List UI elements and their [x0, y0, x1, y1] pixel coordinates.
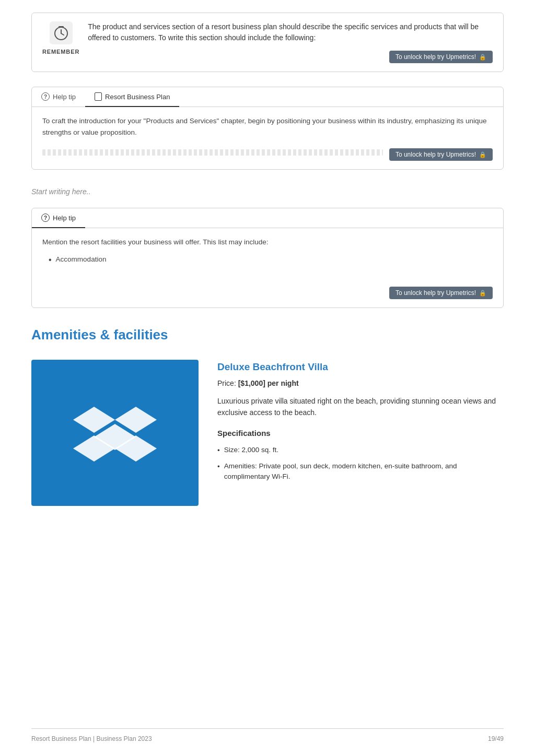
helptip2-unlock-label: To unlock help try Upmetrics!	[396, 289, 476, 297]
document-icon	[95, 92, 102, 101]
start-writing-text: Start writing here..	[31, 187, 91, 196]
tab-help-tip-label-1: Help tip	[53, 93, 76, 101]
amenity-description: Luxurious private villa situated right o…	[217, 395, 504, 419]
lock-icon: 🔒	[479, 54, 486, 61]
helptip2-footer: To unlock help try Upmetrics! 🔒	[32, 278, 503, 308]
help-tip-panel-1: ? Help tip Resort Business Plan To craft…	[31, 87, 504, 170]
list-item-text: Accommodation	[56, 254, 107, 265]
amenity-image-svg	[73, 396, 157, 469]
lock-icon-2: 🔒	[479, 151, 486, 158]
helptip1-unlock-label: To unlock help try Upmetrics!	[396, 151, 476, 158]
remember-unlock-label: To unlock help try Upmetrics!	[396, 53, 476, 61]
amenity-image	[31, 360, 199, 506]
tab-help-tip-1[interactable]: ? Help tip	[32, 87, 85, 107]
blurred-text	[42, 149, 383, 156]
price-label: Price:	[217, 379, 236, 387]
helptip1-unlock-button[interactable]: To unlock help try Upmetrics! 🔒	[389, 148, 493, 161]
spec-bullet-2: •	[217, 462, 220, 472]
help-tip-list-item: • Accommodation	[42, 254, 493, 266]
specifications-title: Specifications	[217, 428, 504, 440]
remember-icon	[50, 21, 73, 44]
helptip2-unlock-button[interactable]: To unlock help try Upmetrics! 🔒	[389, 287, 493, 299]
remember-icon-wrap: REMEMBER	[42, 21, 79, 56]
lock-icon-3: 🔒	[479, 290, 486, 297]
amenity-price: Price: [$1,000] per night	[217, 378, 504, 389]
remember-text-area: The product and services section of a re…	[88, 21, 493, 63]
tab-help-tip-label-2: Help tip	[53, 214, 76, 222]
remember-unlock-button[interactable]: To unlock help try Upmetrics! 🔒	[389, 51, 493, 63]
amenity-content: Deluxe Beachfront Villa Price: [$1,000] …	[31, 360, 504, 506]
spec-text-1: Size: 2,000 sq. ft.	[224, 445, 278, 455]
start-writing-area[interactable]: Start writing here..	[31, 180, 504, 208]
amenity-details: Deluxe Beachfront Villa Price: [$1,000] …	[217, 360, 504, 506]
spec-item-1: • Size: 2,000 sq. ft.	[217, 445, 504, 456]
blurred-row: To unlock help try Upmetrics! 🔒	[42, 144, 493, 161]
spec-item-2: • Amenities: Private pool, sun deck, mod…	[217, 461, 504, 482]
page-footer: Resort Business Plan | Business Plan 202…	[31, 728, 504, 743]
remember-box: REMEMBER The product and services sectio…	[31, 13, 504, 72]
price-value: [$1,000] per night	[238, 379, 299, 387]
help-tip-text-1: To craft the introduction for your "Prod…	[42, 115, 493, 138]
help-tip-body-1: To craft the introduction for your "Prod…	[32, 107, 503, 169]
tab-resort-bp-label: Resort Business Plan	[105, 93, 170, 101]
help-tip-tabs-1: ? Help tip Resort Business Plan	[32, 87, 503, 107]
footer-left: Resort Business Plan | Business Plan 202…	[31, 734, 152, 743]
bullet-icon: •	[49, 254, 52, 266]
help-tip-text-2: Mention the resort facilities your busin…	[42, 237, 493, 248]
spec-text-2: Amenities: Private pool, sun deck, moder…	[224, 461, 504, 482]
tab-resort-business-plan[interactable]: Resort Business Plan	[85, 87, 179, 107]
remember-label: REMEMBER	[42, 48, 79, 56]
help-tip-icon-1: ?	[41, 92, 50, 101]
remember-text: The product and services section of a re…	[88, 21, 493, 43]
spec-bullet-1: •	[217, 445, 220, 456]
footer-right: 19/49	[488, 734, 504, 743]
section-title: Amenities & facilities	[31, 325, 504, 345]
amenity-name: Deluxe Beachfront Villa	[217, 360, 504, 375]
help-tip-panel-2: ? Help tip Mention the resort facilities…	[31, 208, 504, 308]
help-tip-icon-2: ?	[41, 214, 50, 222]
help-tip-tabs-2: ? Help tip	[32, 208, 503, 228]
help-tip-body-2: Mention the resort facilities your busin…	[32, 228, 503, 278]
tab-help-tip-2[interactable]: ? Help tip	[32, 208, 85, 228]
